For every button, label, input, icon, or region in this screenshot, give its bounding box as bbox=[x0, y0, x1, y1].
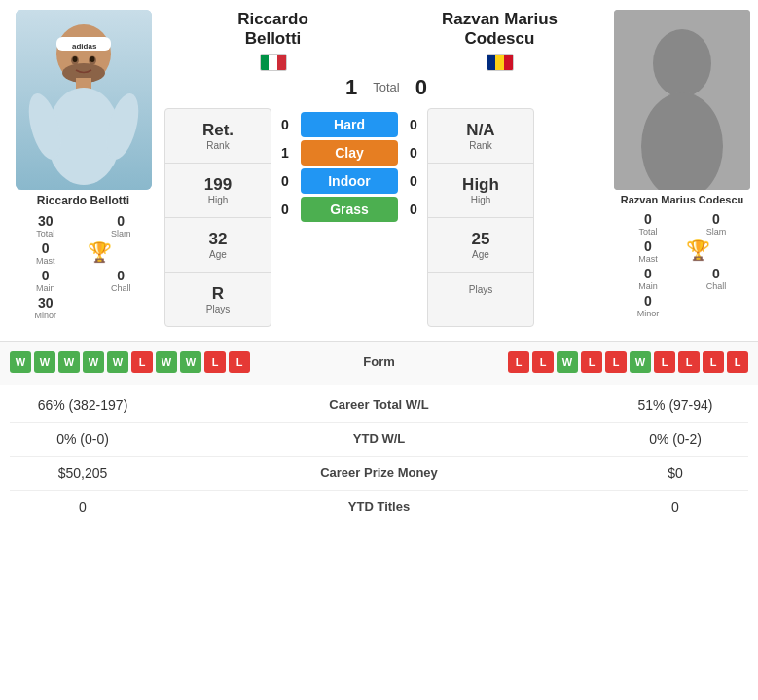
left-player-photo: adidas bbox=[16, 10, 152, 190]
rank-stats-row: Ret. Rank 199 High 32 Age R Plays bbox=[164, 108, 608, 327]
left-minor-val: 30 bbox=[12, 295, 80, 311]
prize-money-label: Career Prize Money bbox=[156, 465, 602, 480]
ytd-titles-label: YTD Titles bbox=[156, 499, 602, 514]
flag-red bbox=[277, 55, 286, 70]
center-block: Riccardo Bellotti Razvan Marius Codescu bbox=[164, 10, 608, 327]
left-form-badge: W bbox=[34, 351, 55, 373]
right-flag bbox=[391, 54, 608, 71]
right-minor-val: 0 bbox=[618, 293, 678, 309]
ytd-titles-row: 0 YTD Titles 0 bbox=[10, 491, 748, 524]
ytd-wl-label: YTD W/L bbox=[156, 431, 602, 446]
italy-flag bbox=[260, 54, 287, 71]
indoor-left-score: 0 bbox=[277, 173, 293, 189]
total-label: Total bbox=[373, 80, 399, 94]
right-form-badge: L bbox=[654, 351, 675, 373]
right-form-badge: L bbox=[605, 351, 627, 373]
left-player-stats: 30 Total 0 Slam 0 Mast 🏆 0 Main 0 bbox=[8, 213, 159, 320]
form-section: WWWWWLWWLL Form LLWLLWLLLL bbox=[0, 341, 758, 385]
right-name-header: Razvan Marius Codescu bbox=[391, 10, 608, 71]
right-age-item: 25 Age bbox=[428, 218, 533, 273]
left-form-badge: W bbox=[83, 351, 104, 373]
career-total-right: 51% (97-94) bbox=[602, 397, 748, 413]
right-total-lbl: Total bbox=[618, 227, 678, 237]
prize-money-left: $50,205 bbox=[10, 465, 156, 481]
left-total-stat: 30 Total bbox=[12, 213, 80, 239]
right-age-label: Age bbox=[434, 249, 527, 260]
top-area: adidas bbox=[0, 0, 758, 333]
left-main-name-line1: Riccardo bbox=[164, 10, 381, 29]
left-plays-label: Plays bbox=[171, 304, 265, 314]
svg-point-12 bbox=[90, 56, 94, 62]
left-age-value: 32 bbox=[171, 230, 265, 249]
left-main-name-line2: Bellotti bbox=[164, 29, 381, 49]
left-chall-val: 0 bbox=[88, 268, 156, 283]
right-minor-stat: 0 Minor bbox=[618, 293, 678, 318]
flag-green bbox=[261, 55, 270, 70]
flag-blue bbox=[487, 55, 496, 70]
svg-point-14 bbox=[653, 29, 711, 97]
left-form-badge: W bbox=[58, 351, 80, 373]
hard-btn: Hard bbox=[301, 112, 398, 137]
svg-point-11 bbox=[72, 56, 77, 62]
surface-clay-line: 1 Clay 0 bbox=[277, 140, 421, 166]
right-mast-stat: 0 Mast bbox=[618, 239, 678, 264]
ytd-wl-row: 0% (0-0) YTD W/L 0% (0-2) bbox=[10, 423, 748, 457]
right-chall-lbl: Chall bbox=[686, 281, 746, 291]
indoor-right-score: 0 bbox=[406, 173, 421, 189]
right-player-block: Razvan Marius Codescu 0 Total 0 Slam 0 M… bbox=[614, 10, 750, 318]
left-name-header: Riccardo Bellotti bbox=[164, 10, 381, 71]
right-player-svg bbox=[614, 10, 750, 190]
left-form-badge: W bbox=[107, 351, 128, 373]
left-total-val: 30 bbox=[12, 213, 80, 229]
right-plays-item: Plays bbox=[428, 273, 533, 307]
flag-yellow bbox=[495, 55, 504, 70]
stats-section: 66% (382-197) Career Total W/L 51% (97-9… bbox=[0, 385, 758, 528]
left-form-badge: L bbox=[131, 351, 153, 373]
left-chall-stat: 0 Chall bbox=[88, 268, 156, 293]
main-container: adidas bbox=[0, 0, 758, 528]
left-high-label: High bbox=[171, 195, 265, 205]
left-high-value: 199 bbox=[171, 175, 265, 195]
right-slam-val: 0 bbox=[686, 211, 746, 227]
trophy-icon-left: 🏆 bbox=[88, 240, 156, 266]
form-label: Form bbox=[250, 354, 508, 369]
right-main-val: 0 bbox=[618, 266, 678, 281]
left-mast-stat: 0 Mast bbox=[12, 240, 80, 266]
prize-money-right: $0 bbox=[602, 465, 748, 481]
left-slam-lbl: Slam bbox=[88, 229, 156, 239]
right-main-name-line1: Razvan Marius bbox=[391, 10, 608, 29]
right-form-badge: L bbox=[508, 351, 529, 373]
right-mast-lbl: Mast bbox=[618, 254, 678, 264]
left-player-name: Riccardo Bellotti bbox=[37, 194, 129, 207]
career-total-label: Career Total W/L bbox=[156, 397, 602, 412]
surface-grass-line: 0 Grass 0 bbox=[277, 197, 421, 222]
right-slam-stat: 0 Slam bbox=[686, 211, 746, 237]
right-high-label: High bbox=[434, 195, 527, 205]
right-total-score: 0 bbox=[415, 75, 427, 100]
flag-red2 bbox=[504, 55, 513, 70]
grass-right-score: 0 bbox=[406, 202, 421, 217]
left-minor-stat: 30 Minor bbox=[12, 295, 80, 320]
right-player-name: Razvan Marius Codescu bbox=[621, 194, 744, 205]
surface-indoor-line: 0 Indoor 0 bbox=[277, 168, 421, 194]
right-form-badge: W bbox=[630, 351, 651, 373]
right-main-name-line2: Codescu bbox=[391, 29, 608, 49]
right-total-stat: 0 Total bbox=[618, 211, 678, 237]
hard-left-score: 0 bbox=[277, 117, 293, 132]
right-form-badge: L bbox=[703, 351, 724, 373]
surfaces-container: 0 Hard 0 1 Clay 0 0 Indoor 0 bbox=[277, 112, 421, 327]
right-total-val: 0 bbox=[618, 211, 678, 227]
left-form-badge: L bbox=[204, 351, 226, 373]
form-row: WWWWWLWWLL Form LLWLLWLLLL bbox=[10, 351, 748, 373]
flag-white bbox=[269, 55, 277, 70]
left-chall-lbl: Chall bbox=[88, 283, 156, 293]
left-form-badge: W bbox=[156, 351, 177, 373]
right-age-value: 25 bbox=[434, 230, 527, 249]
right-form-badge: L bbox=[581, 351, 602, 373]
left-plays-item: R Plays bbox=[165, 273, 271, 326]
ytd-titles-left: 0 bbox=[10, 499, 156, 515]
left-age-item: 32 Age bbox=[165, 218, 271, 273]
right-mast-val: 0 bbox=[618, 239, 678, 254]
right-rank-item: N/A Rank bbox=[428, 109, 533, 164]
clay-right-score: 0 bbox=[406, 145, 421, 161]
